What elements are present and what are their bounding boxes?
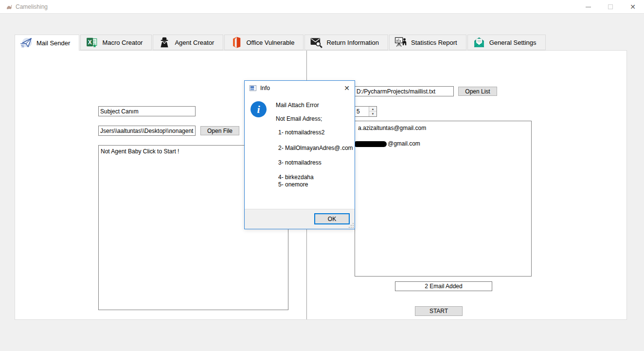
mail-search-icon <box>310 36 322 49</box>
info-icon: i <box>250 101 267 117</box>
maillist-path-input[interactable] <box>355 86 454 96</box>
minimize-button[interactable] <box>577 0 599 14</box>
title-bar: Camelishing ✕ <box>0 0 644 14</box>
resize-grip-icon[interactable] <box>349 223 354 228</box>
open-envelope-icon <box>473 36 485 49</box>
spinner-value: 5 <box>357 108 360 115</box>
tab-label: Statistics Report <box>411 39 457 46</box>
ok-button[interactable]: OK <box>314 213 350 224</box>
tab-label: Return Information <box>326 39 379 46</box>
close-icon: ✕ <box>344 84 350 92</box>
thread-count-spinner[interactable]: 5 ▲ ▼ <box>355 106 377 117</box>
tab-macro-creator[interactable]: X Macro Creator <box>80 35 152 50</box>
tab-label: Office Vulnerable <box>246 39 294 46</box>
tab-agent-creator[interactable]: Agent Creator <box>153 35 223 50</box>
close-icon: ✕ <box>630 3 636 11</box>
dialog-footer: OK <box>245 209 355 229</box>
close-button[interactable]: ✕ <box>622 0 644 14</box>
spinner-buttons: ▲ ▼ <box>369 107 376 116</box>
start-button[interactable]: START <box>415 306 463 316</box>
invalid-address-item: 4- birkezdaha <box>278 174 314 181</box>
camel-icon <box>6 3 13 10</box>
svg-text:X: X <box>88 39 92 46</box>
presentation-icon <box>394 36 407 49</box>
spy-icon <box>158 36 171 49</box>
dialog-subheading: Not Email Adress; <box>276 115 322 122</box>
dialog-heading: Mail Attach Error <box>276 102 319 109</box>
tab-label: General Settings <box>489 39 537 46</box>
email-added-counter: 2 Email Added <box>395 281 492 291</box>
redaction-bar <box>354 141 387 147</box>
dialog-title: Info <box>260 85 270 92</box>
email-text: a.azizaltuntas@gmail.com <box>358 125 426 131</box>
invalid-address-item: 2- MailOlmayanAdres@.com <box>278 145 353 151</box>
tab-return-information[interactable]: Return Information <box>304 35 388 50</box>
dialog-title-bar[interactable]: Info ✕ <box>245 81 355 95</box>
email-text: @gmail.com <box>388 140 420 147</box>
dialog-close-button[interactable]: ✕ <box>342 83 352 93</box>
email-list[interactable]: a.azizaltuntas@gmail.com @gmail.com <box>355 121 532 277</box>
tab-office-vulnerable[interactable]: Office Vulnerable <box>224 35 304 50</box>
tab-statistics-report[interactable]: Statistics Report <box>389 35 466 50</box>
maximize-icon <box>608 4 613 9</box>
app-window: Camelishing ✕ Mail Sender X Macro Creat <box>0 0 644 351</box>
spinner-up-button[interactable]: ▲ <box>369 107 376 111</box>
chevron-down-icon: ▼ <box>372 112 375 115</box>
invalid-address-item: 3- notmailadress <box>278 159 322 166</box>
attachment-input[interactable] <box>98 126 196 136</box>
email-list-item[interactable]: @gmail.com <box>358 140 528 148</box>
tab-label: Macro Creator <box>102 39 143 46</box>
invalid-address-item: 5- onemore <box>278 181 308 188</box>
window-title: Camelishing <box>16 3 48 10</box>
info-dialog: Info ✕ i Mail Attach Error Not Email Adr… <box>244 80 355 229</box>
tab-mail-sender[interactable]: Mail Sender <box>15 35 79 51</box>
maximize-button[interactable] <box>599 0 622 14</box>
office-icon <box>230 36 242 49</box>
open-list-button[interactable]: Open List <box>458 87 497 96</box>
minimize-icon <box>586 7 591 7</box>
tab-general-settings[interactable]: General Settings <box>467 35 546 50</box>
paper-plane-icon <box>20 37 33 49</box>
tab-label: Agent Creator <box>175 39 214 46</box>
tab-strip: Mail Sender X Macro Creator Agent Creato… <box>15 35 547 51</box>
excel-icon: X <box>86 36 98 49</box>
window-icon <box>250 85 256 91</box>
chevron-up-icon: ▲ <box>372 108 375 111</box>
spinner-down-button[interactable]: ▼ <box>369 111 376 116</box>
invalid-address-item: 1- notmailadress2 <box>278 129 324 136</box>
open-file-button[interactable]: Open File <box>200 126 239 135</box>
email-list-item[interactable]: a.azizaltuntas@gmail.com <box>358 124 528 132</box>
subject-input[interactable] <box>98 106 196 116</box>
tab-label: Mail Sender <box>36 39 70 47</box>
